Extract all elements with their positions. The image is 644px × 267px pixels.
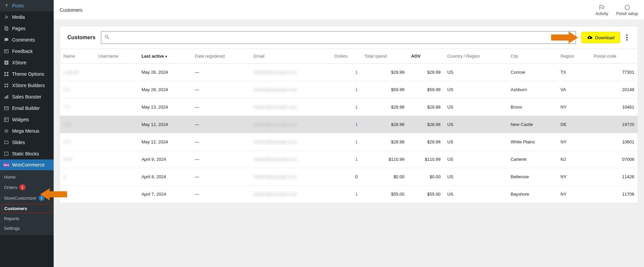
sidebar-item-feedback[interactable]: Feedback: [0, 46, 54, 57]
col-total-spend[interactable]: Total spend: [361, 49, 408, 64]
download-button[interactable]: Download: [581, 32, 620, 43]
cell-orders[interactable]: 1: [331, 64, 361, 81]
sidebar-item-email-builder[interactable]: Email Builder: [0, 103, 54, 114]
cell-username: [95, 81, 138, 98]
cell-orders[interactable]: 1: [331, 116, 361, 133]
cell-orders[interactable]: 1: [331, 81, 361, 98]
table-row[interactable]: R DMay 12, 2024—hidden@example.com1$28.9…: [60, 133, 638, 151]
cell-orders[interactable]: 1: [331, 186, 361, 203]
panel-title: Customers: [67, 35, 96, 41]
sidebar-item-widgets[interactable]: Widgets: [0, 114, 54, 125]
cell-orders[interactable]: 1: [331, 133, 361, 151]
table-row[interactable]: M MApril 9, 2024—hidden@example.com1$110…: [60, 151, 638, 168]
sidebar-item-comments[interactable]: Comments: [0, 34, 54, 46]
table-row[interactable]: P KMay 28, 2024—hidden@example.com1$59.9…: [60, 81, 638, 98]
more-options-button[interactable]: [624, 33, 630, 42]
cell-last-active: May 12, 2024: [138, 116, 192, 133]
sidebar-item-slides[interactable]: Slides: [0, 137, 54, 148]
cell-region: NY: [557, 186, 590, 203]
page-title: Customers: [60, 7, 83, 13]
table-row[interactable]: Lailla MMay 28, 2024—hidden@example.com1…: [60, 64, 638, 81]
top-bar: Customers Activity Finish setup: [54, 0, 644, 20]
search-icon: [104, 35, 110, 41]
cell-last-active: May 13, 2024: [138, 98, 192, 116]
cell-date-registered: —: [192, 133, 250, 151]
cell-aov: $28.98: [408, 98, 444, 116]
submenu-item-settings[interactable]: Settings: [0, 223, 54, 233]
cell-last-active: May 28, 2024: [138, 64, 192, 81]
sidebar-item-theme-options[interactable]: Theme Options: [0, 68, 54, 80]
sidebar-item-mega-menus[interactable]: Mega Menus: [0, 125, 54, 137]
table-row[interactable]: P MMay 12, 2024—hidden@example.com1$28.9…: [60, 116, 638, 133]
search-input[interactable]: [101, 31, 576, 44]
submenu-item-home[interactable]: Home: [0, 172, 54, 182]
x-icon: [3, 60, 9, 66]
sidebar-item-xstore-builders[interactable]: XStore Builders: [0, 80, 54, 91]
cell-city: White Plains: [507, 133, 557, 151]
sidebar-item-woocommerce[interactable]: WooWooCommerce: [0, 159, 54, 170]
table-row[interactable]: AApril 8, 2024—hidden@example.com0$0.00$…: [60, 168, 638, 186]
col-region[interactable]: Region: [557, 49, 590, 64]
svg-rect-11: [7, 84, 8, 85]
sidebar-item-posts[interactable]: Posts: [0, 0, 54, 11]
col-username[interactable]: Username: [95, 49, 138, 64]
sidebar-label: Media: [12, 14, 25, 20]
col-last-active[interactable]: Last active▾: [138, 49, 192, 64]
cell-postal: 19720: [590, 116, 638, 133]
cell-aov: $28.98: [408, 133, 444, 151]
cell-country: US: [444, 64, 507, 81]
finish-setup-button[interactable]: Finish setup: [616, 4, 638, 16]
cell-total-spend: $28.98: [361, 133, 408, 151]
activity-button[interactable]: Activity: [595, 4, 608, 16]
submenu-label: Reports: [4, 216, 19, 221]
col-city[interactable]: City: [507, 49, 557, 64]
cell-postal: 20148: [590, 81, 638, 98]
svg-rect-14: [5, 97, 6, 98]
table-row[interactable]: T ZMay 13, 2024—hidden@example.com1$28.9…: [60, 98, 638, 116]
col-orders[interactable]: Orders: [331, 49, 361, 64]
cell-region: NJ: [557, 151, 590, 168]
sidebar-item-xstore[interactable]: XStore: [0, 57, 54, 68]
submenu-label: Orders: [4, 185, 17, 190]
cell-date-registered: —: [192, 98, 250, 116]
sidebar-item-media[interactable]: Media: [0, 11, 54, 23]
cell-email: hidden@example.com: [250, 151, 331, 168]
col-email[interactable]: Email: [250, 49, 331, 64]
cell-username: [95, 64, 138, 81]
cell-country: US: [444, 116, 507, 133]
cell-city: New Castle: [507, 116, 557, 133]
cell-username: [95, 98, 138, 116]
cell-total-spend: $55.00: [361, 186, 408, 203]
cell-country: US: [444, 98, 507, 116]
table-row[interactable]: DApril 7, 2024—hidden@example.com1$55.00…: [60, 186, 638, 203]
svg-rect-10: [5, 84, 6, 85]
submenu-item-reports[interactable]: Reports: [0, 214, 54, 223]
cell-date-registered: —: [192, 116, 250, 133]
sidebar-item-static-blocks[interactable]: Static Blocks: [0, 148, 54, 159]
cell-postal: 10461: [590, 98, 638, 116]
cell-aov: $59.99: [408, 81, 444, 98]
cell-username: [95, 116, 138, 133]
col-aov[interactable]: AOV: [408, 49, 444, 64]
sidebar-item-pages[interactable]: Pages: [0, 23, 54, 34]
cell-name: A: [60, 168, 95, 186]
cell-name: R D: [60, 133, 95, 151]
cell-total-spend: $59.99: [361, 81, 408, 98]
customers-panel: Customers Download: [60, 26, 638, 203]
col-postal[interactable]: Postal code: [590, 49, 638, 64]
col-country[interactable]: Country / Region: [444, 49, 507, 64]
sidebar-label: Theme Options: [12, 71, 44, 77]
cell-email: hidden@example.com: [250, 81, 331, 98]
col-date-registered[interactable]: Date registered: [192, 49, 250, 64]
col-name[interactable]: Name: [60, 49, 95, 64]
cell-name: Lailla M: [60, 64, 95, 81]
submenu-item-customers[interactable]: Customers: [2, 204, 52, 213]
sidebar-label: Feedback: [12, 49, 33, 54]
cell-orders[interactable]: 1: [331, 98, 361, 116]
cell-aov: $0.00: [408, 168, 444, 186]
annotation-arrow-right: [551, 31, 578, 44]
cell-email: hidden@example.com: [250, 168, 331, 186]
cell-total-spend: $28.98: [361, 116, 408, 133]
sidebar-item-sales-booster[interactable]: Sales Booster: [0, 91, 54, 103]
cell-orders[interactable]: 1: [331, 151, 361, 168]
